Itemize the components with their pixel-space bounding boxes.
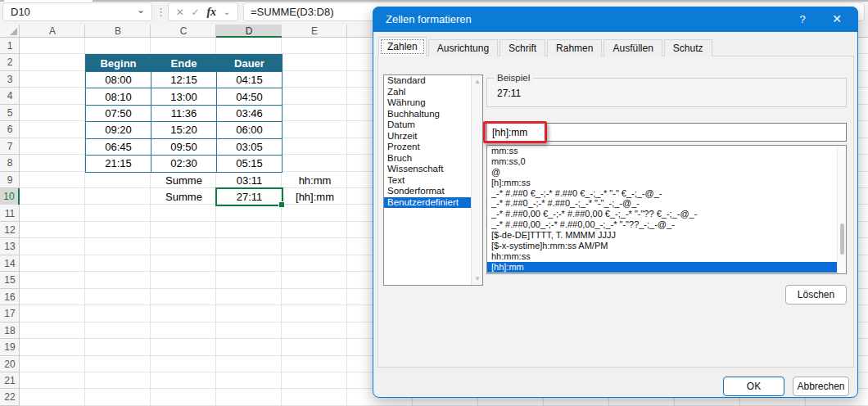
row-header-21[interactable]: 21 [0,372,20,389]
cell-C9[interactable]: Summe [151,172,217,189]
format-code-item[interactable]: [$-x-systime]h:mm:ss AM/PM [487,241,846,251]
category-item-text[interactable]: Text [384,175,482,187]
category-item-sonderformat[interactable]: Sonderformat [384,186,482,197]
select-all-corner[interactable] [0,25,20,38]
cell-C8[interactable]: 02:30 [151,155,217,172]
format-list-scrollbar[interactable] [837,146,846,273]
column-header-C[interactable]: C [151,25,216,38]
category-item-uhrzeit[interactable]: Uhrzeit [384,131,482,142]
column-header-A[interactable]: A [20,25,85,38]
tab-rahmen[interactable]: Rahmen [547,39,602,56]
cell-E9[interactable]: hh:mm [282,172,348,189]
category-item-buchhaltung[interactable]: Buchhaltung [384,109,482,120]
drag-handle-dots-icon[interactable]: ⋮ [156,4,166,20]
cell-B4[interactable]: 08:10 [85,88,151,105]
category-item-bruch[interactable]: Bruch [384,153,482,165]
cell-D9[interactable]: 03:11 [216,172,283,189]
format-code-item[interactable]: [$-de-DE]TTTT, T. MMMM JJJJ [487,230,846,241]
category-item-wissenschaft[interactable]: Wissenschaft [384,164,482,175]
row-header-14[interactable]: 14 [0,255,20,272]
fill-handle[interactable] [278,201,285,208]
ok-button[interactable]: OK [723,377,784,396]
cell-B7[interactable]: 06:45 [85,138,151,156]
cell-C4[interactable]: 13:00 [151,88,217,105]
insert-function-icon[interactable]: fx [206,6,216,19]
cancel-button[interactable]: Abbrechen [793,377,849,396]
chevron-down-icon[interactable]: ⌄ [137,4,145,16]
tab-ausfüllen[interactable]: Ausfüllen [604,39,662,56]
row-header-8[interactable]: 8 [0,155,20,171]
row-header-1[interactable]: 1 [0,38,20,54]
cell-D7[interactable]: 03:05 [216,138,283,156]
format-code-item[interactable]: _-* #.##0 €_-;-* #.##0 €_-;_-* "-" €_-;_… [487,188,846,199]
row-header-13[interactable]: 13 [0,238,20,255]
table-header-beginn[interactable]: Beginn [85,54,151,71]
cell-D8[interactable]: 05:15 [216,155,283,172]
format-code-item[interactable]: _-* #.##0,00 €_-;-* #.##0,00 €_-;_-* "-"… [487,209,846,219]
format-code-item[interactable]: hh:mm:ss [487,251,846,262]
category-scrollbar[interactable]: ▲ ▼ [471,75,482,285]
tab-zahlen[interactable]: Zahlen [378,37,427,56]
row-header-7[interactable]: 7 [0,138,20,155]
cell-D3[interactable]: 04:15 [216,71,283,88]
row-header-9[interactable]: 9 [0,172,20,188]
column-header-B[interactable]: B [85,25,151,38]
row-header-3[interactable]: 3 [0,71,20,88]
cell-B5[interactable]: 07:50 [85,105,151,122]
row-header-11[interactable]: 11 [0,205,20,222]
cell-E10[interactable]: [hh]:mm [282,188,348,205]
row-header-19[interactable]: 19 [0,339,20,355]
cell-C10[interactable]: Summe [151,188,217,205]
row-header-18[interactable]: 18 [0,323,20,339]
format-code-item[interactable]: mm:ss [487,146,846,156]
column-header-E[interactable]: E [282,25,347,38]
row-header-5[interactable]: 5 [0,105,20,121]
cell-C3[interactable]: 12:15 [151,71,217,88]
category-item-datum[interactable]: Datum [384,120,482,131]
selected-cell-outline[interactable] [215,187,283,206]
table-header-dauer[interactable]: Dauer [216,54,283,71]
format-code-item[interactable]: @ [487,167,846,178]
cancel-entry-icon[interactable]: ✕ [176,7,184,18]
row-header-22[interactable]: 22 [0,389,20,405]
row-header-20[interactable]: 20 [0,356,20,372]
cell-D6[interactable]: 06:00 [216,121,283,138]
confirm-entry-icon[interactable]: ✓ [192,7,200,18]
scroll-up-icon[interactable]: ▲ [472,75,483,88]
category-item-prozent[interactable]: Prozent [384,142,482,153]
cell-C6[interactable]: 15:20 [151,121,217,138]
category-item-zahl[interactable]: Zahl [384,87,482,98]
cell-D5[interactable]: 03:46 [216,105,283,122]
cell-B3[interactable]: 08:00 [85,71,151,88]
category-item-standard[interactable]: Standard [384,75,482,87]
scroll-down-icon[interactable]: ▼ [472,273,483,285]
cell-B8[interactable]: 21:15 [85,155,151,172]
format-code-item[interactable]: _-* #.##0,00_-;-* #.##0,00_-;_-* "-"??_-… [487,219,846,230]
format-code-item[interactable]: _-* #.##0_-;-* #.##0_-;_-* "-"_-;_-@_- [487,198,846,209]
row-header-2[interactable]: 2 [0,54,20,70]
category-item-benutzerdefiniert[interactable]: Benutzerdefiniert [384,197,482,209]
help-button[interactable]: ? [789,7,816,32]
category-list[interactable]: StandardZahlWährungBuchhaltungDatumUhrze… [383,74,483,286]
format-code-item[interactable]: [hh]:mm [487,262,846,273]
row-header-12[interactable]: 12 [0,222,20,238]
row-header-10[interactable]: 10 [0,188,20,205]
row-header-15[interactable]: 15 [0,272,20,288]
cell-C7[interactable]: 09:50 [151,138,217,156]
chevron-down-icon[interactable]: ⌄ [224,7,230,16]
category-item-währung[interactable]: Währung [384,97,482,109]
cell-C5[interactable]: 11:36 [151,105,217,122]
close-icon[interactable]: ✕ [823,7,851,32]
table-header-ende[interactable]: Ende [151,54,217,71]
row-header-17[interactable]: 17 [0,305,20,322]
format-code-item[interactable]: [h]:mm:ss [487,178,846,188]
cell-B6[interactable]: 09:20 [85,121,151,138]
tab-schutz[interactable]: Schutz [664,39,712,56]
tab-ausrichtung[interactable]: Ausrichtung [428,39,498,56]
column-header-D[interactable]: D [216,25,282,38]
cell-D4[interactable]: 04:50 [216,88,283,105]
row-header-4[interactable]: 4 [0,88,20,104]
name-box[interactable]: D10 ⌄ [2,2,152,21]
dialog-titlebar[interactable]: Zellen formatieren ? ✕ [373,7,858,32]
delete-button[interactable]: Löschen [785,285,847,304]
